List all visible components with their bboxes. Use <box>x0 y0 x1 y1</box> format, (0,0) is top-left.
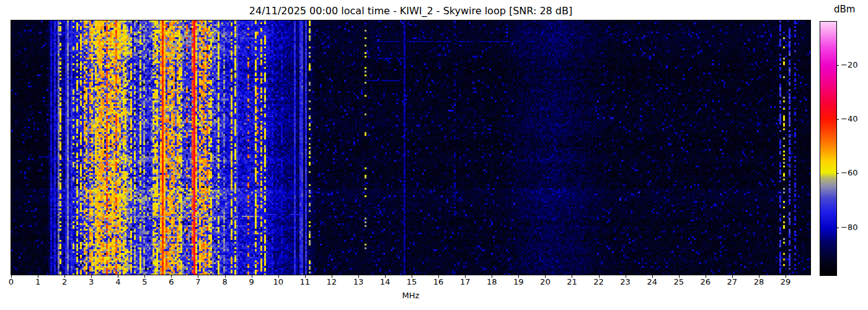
colorbar-tick-label: −20 <box>841 61 857 69</box>
x-tick-label: 9 <box>249 278 254 286</box>
x-tick-label: 23 <box>620 278 631 286</box>
x-tick-label: 16 <box>433 278 444 286</box>
x-tick-label: 13 <box>353 278 364 286</box>
x-tick-label: 7 <box>195 278 200 286</box>
colorbar-unit-label: dBm <box>834 4 855 15</box>
x-tick-label: 10 <box>273 278 283 286</box>
waterfall-canvas <box>11 20 810 275</box>
colorbar-tick <box>836 173 839 174</box>
colorbar <box>820 21 837 276</box>
x-tick-label: 11 <box>299 278 310 286</box>
colorbar-tick <box>836 119 839 120</box>
colorbar-tick-label: −60 <box>841 169 857 177</box>
x-tick-label: 15 <box>407 278 417 286</box>
x-tick-label: 25 <box>673 278 684 286</box>
spectrogram-figure: 24/11/2025 00:00 local time - KIWI_2 - S… <box>0 0 868 310</box>
x-tick-label: 18 <box>487 278 497 286</box>
x-tick-label: 8 <box>222 278 227 286</box>
x-tick-label: 20 <box>540 278 551 286</box>
x-tick-label: 0 <box>9 278 14 286</box>
x-axis-label: MHz <box>11 291 810 300</box>
x-tick-label: 19 <box>513 278 524 286</box>
colorbar-tick <box>836 65 839 66</box>
waterfall-plot <box>11 20 811 275</box>
x-tick-label: 17 <box>460 278 471 286</box>
colorbar-tick-label: −80 <box>841 223 857 232</box>
x-tick-label: 26 <box>701 278 711 286</box>
x-tick-label: 2 <box>62 278 67 286</box>
x-tick-label: 21 <box>567 278 577 286</box>
x-tick-label: 14 <box>380 278 391 286</box>
x-tick-label: 24 <box>647 278 657 286</box>
x-tick-label: 4 <box>115 278 120 286</box>
colorbar-tick <box>836 228 839 228</box>
x-tick-label: 28 <box>754 278 764 286</box>
x-tick-label: 1 <box>35 278 40 286</box>
x-tick-label: 29 <box>781 278 791 286</box>
x-tick-label: 27 <box>727 278 738 286</box>
x-tick-label: 22 <box>593 278 604 286</box>
x-tick-label: 6 <box>169 278 174 286</box>
x-tick-label: 3 <box>89 278 94 286</box>
x-tick-label: 12 <box>327 278 337 286</box>
chart-title: 24/11/2025 00:00 local time - KIWI_2 - S… <box>11 5 810 17</box>
colorbar-tick-label: −40 <box>841 115 857 123</box>
x-tick-label: 5 <box>142 278 147 286</box>
